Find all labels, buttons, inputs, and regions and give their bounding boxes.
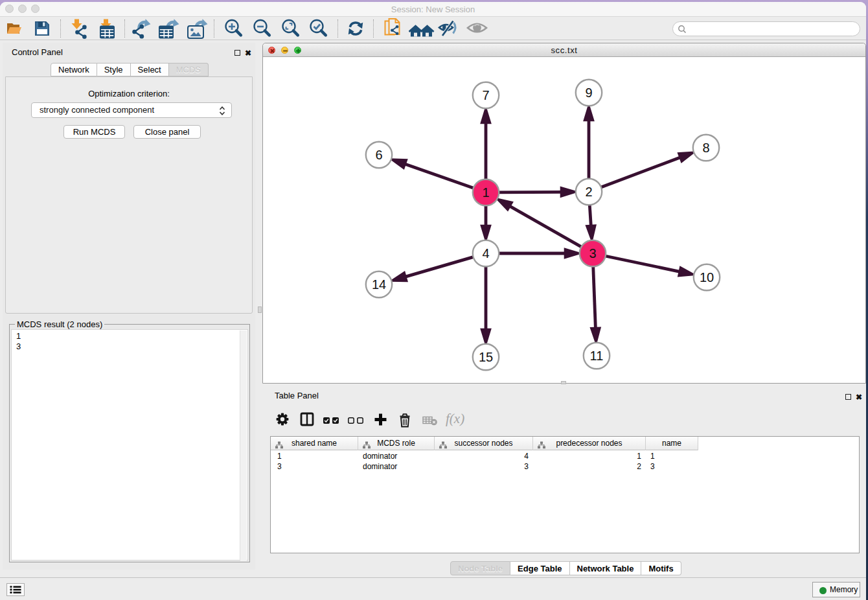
svg-text:1: 1 <box>482 185 489 200</box>
svg-text:11: 11 <box>590 349 604 363</box>
svg-text:7: 7 <box>482 88 489 102</box>
svg-text:8: 8 <box>702 141 709 155</box>
svg-text:9: 9 <box>585 86 592 100</box>
svg-text:15: 15 <box>479 350 493 364</box>
svg-text:10: 10 <box>700 270 714 284</box>
svg-text:14: 14 <box>372 277 386 292</box>
svg-text:3: 3 <box>589 246 596 260</box>
svg-text:4: 4 <box>482 246 489 260</box>
svg-text:6: 6 <box>375 148 382 162</box>
svg-text:2: 2 <box>585 185 592 199</box>
